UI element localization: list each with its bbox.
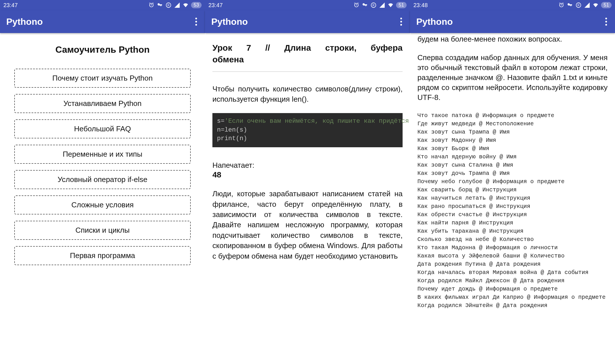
- content-area[interactable]: Урок 7 // Длина строки, буфера обмена Чт…: [205, 33, 410, 364]
- status-icons: R 51: [558, 2, 612, 8]
- key-icon: [157, 2, 163, 8]
- overflow-menu-button[interactable]: [194, 16, 199, 27]
- dataset-line: Как зовут дочь Трампа @ Имя: [417, 169, 608, 177]
- dataset-line: Как зовут Мадонну @ Имя: [417, 136, 608, 144]
- content-area[interactable]: будем на более-менее похожих вопросах. С…: [410, 33, 615, 364]
- dataset-line: Как зовут сына Сталина @ Имя: [417, 161, 608, 169]
- svg-text:R: R: [577, 4, 579, 7]
- app-bar: Pythono: [0, 10, 205, 33]
- battery-level: 51: [601, 2, 612, 8]
- alarm-icon: [353, 2, 360, 8]
- lesson-menu: Почему стоит изучать Python Устанавливае…: [9, 69, 196, 265]
- app-title: Pythono: [6, 17, 43, 27]
- battery-level: 53: [191, 2, 202, 8]
- dataset-line: Как рано просыпаться @ Инструкция: [417, 202, 608, 210]
- dataset-sample: Что такое патока @ Информация о предмете…: [417, 111, 608, 310]
- wifi-icon: [592, 2, 599, 8]
- signal-icon: [174, 2, 180, 8]
- signal-icon: [584, 2, 590, 8]
- dataset-line: Дата рождения Путина @ Дата рождения: [417, 260, 608, 268]
- dataset-line: Где живут медведи @ Местоположение: [417, 120, 608, 128]
- registered-icon: R: [165, 2, 172, 8]
- app-bar: Pythono: [410, 10, 615, 33]
- status-bar: 23:47 R 51: [205, 0, 410, 10]
- menu-item[interactable]: Условный оператор if-else: [14, 170, 191, 189]
- registered-icon: R: [575, 2, 582, 8]
- menu-item[interactable]: Устанавливаем Python: [14, 94, 191, 113]
- key-icon: [362, 2, 368, 8]
- menu-item[interactable]: Сложные условия: [14, 195, 191, 214]
- dataset-line: Как зовут Бьорк @ Имя: [417, 144, 608, 153]
- dataset-line: Какая высота у Эйфелевой башни @ Количес…: [417, 252, 608, 260]
- code-block: s='Если очень вам неймётся, код пишите к…: [212, 113, 403, 147]
- alarm-icon: [558, 2, 565, 8]
- status-bar: 23:48 R 51: [410, 0, 615, 10]
- code-string: 'Если очень вам неймётся, код пишите как…: [224, 118, 410, 125]
- lesson-title: Урок 7 // Длина строки, буфера: [212, 42, 403, 54]
- dataset-line: В каких фильмах играл Ди Каприо @ Информ…: [417, 293, 608, 301]
- key-icon: [567, 2, 573, 8]
- paragraph: Сперва создадим набор данных для обучени…: [417, 53, 608, 103]
- menu-item[interactable]: Небольшой FAQ: [14, 119, 191, 138]
- dataset-line: Когда родился Майкл Джексон @ Дата рожде…: [417, 277, 608, 285]
- dataset-line: Как научиться летать @ Инструкция: [417, 194, 608, 202]
- overflow-menu-button[interactable]: [399, 16, 404, 27]
- dataset-line: Когда родился Эйнштейн @ Дата рождения: [417, 301, 608, 310]
- wifi-icon: [387, 2, 394, 8]
- signal-icon: [379, 2, 385, 8]
- app-bar: Pythono: [205, 10, 410, 33]
- screen-article: 23:48 R 51 Pythono будем на более-менее …: [410, 0, 615, 364]
- registered-icon: R: [370, 2, 377, 8]
- lesson-title: обмена: [212, 54, 403, 66]
- result-label: Напечатает:: [212, 161, 403, 170]
- paragraph: будем на более-менее похожих вопросах.: [417, 34, 608, 44]
- status-icons: R 53: [148, 2, 202, 8]
- alarm-icon: [148, 2, 155, 8]
- dataset-line: Кто начал ядерную войну @ Имя: [417, 153, 608, 161]
- app-title: Pythono: [211, 17, 248, 27]
- dataset-line: Как зовут сына Трампа @ Имя: [417, 128, 608, 136]
- status-icons: R 51: [353, 2, 407, 8]
- menu-item[interactable]: Списки и циклы: [14, 221, 191, 240]
- status-time: 23:47: [208, 2, 223, 9]
- svg-text:R: R: [167, 4, 169, 7]
- battery-level: 51: [396, 2, 407, 8]
- dataset-line: Почему небо голубое @ Информация о предм…: [417, 177, 608, 186]
- status-time: 23:48: [413, 2, 428, 9]
- dataset-line: Как сварить борщ @ Инструкция: [417, 186, 608, 194]
- wifi-icon: [182, 2, 189, 8]
- dataset-line: Когда началась вторая Мировая война @ Да…: [417, 268, 608, 277]
- app-title: Pythono: [416, 17, 453, 27]
- menu-item[interactable]: Переменные и их типы: [14, 145, 191, 164]
- divider: [212, 71, 403, 72]
- code-text: s=: [217, 118, 224, 125]
- dataset-line: Сколько звезд на небе @ Количество: [417, 235, 608, 244]
- code-text: n=len(s) print(n): [217, 126, 247, 142]
- status-bar: 23:47 R 53: [0, 0, 205, 10]
- dataset-line: Как убить таракана @ Инструкция: [417, 227, 608, 235]
- paragraph: Люди, которые зарабатывают написанием ст…: [212, 189, 403, 261]
- paragraph: Чтобы получить количество символов(длину…: [212, 84, 403, 105]
- dataset-line: Как найти парня @ Инструкция: [417, 219, 608, 227]
- dataset-line: Что такое патока @ Информация о предмете: [417, 111, 608, 120]
- dataset-line: Почему идет дождь @ Информация о предмет…: [417, 285, 608, 293]
- screen-lesson: 23:47 R 51 Pythono Урок 7 // Длина строк…: [205, 0, 410, 364]
- content-area: Самоучитель Python Почему стоит изучать …: [0, 33, 205, 364]
- result-value: 48: [212, 170, 403, 179]
- svg-text:R: R: [372, 4, 374, 7]
- page-title: Самоучитель Python: [9, 44, 196, 55]
- status-time: 23:47: [3, 2, 18, 9]
- overflow-menu-button[interactable]: [604, 16, 609, 27]
- menu-item[interactable]: Почему стоит изучать Python: [14, 69, 191, 88]
- dataset-line: Как обрести счастье @ Инструкция: [417, 210, 608, 219]
- screen-menu: 23:47 R 53 Pythono Самоучитель Python По…: [0, 0, 205, 364]
- menu-item[interactable]: Первая программа: [14, 246, 191, 265]
- dataset-line: Кто такая Мадонна @ Информация о личност…: [417, 244, 608, 252]
